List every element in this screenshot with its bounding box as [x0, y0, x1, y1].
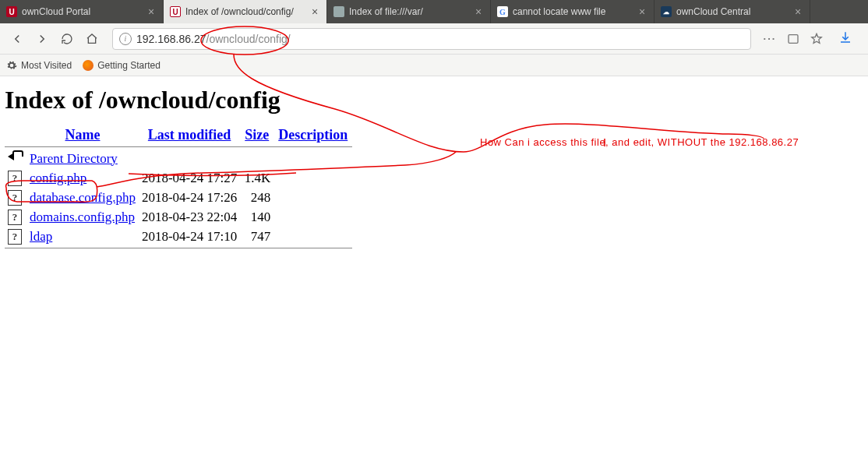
close-icon[interactable]: × [473, 6, 484, 17]
url-text: 192.168.86.27/owncloud/config/ [136, 33, 291, 45]
page-title: Index of /owncloud/config [5, 86, 863, 114]
page-actions-icon[interactable]: ··· [760, 30, 779, 48]
col-name[interactable]: Name [26, 125, 139, 145]
file-icon [8, 171, 22, 186]
cell-modified: 2018-04-24 17:26 [139, 188, 240, 207]
close-icon[interactable]: × [792, 6, 803, 17]
file-icon [8, 229, 22, 245]
table-row: domains.config.php 2018-04-23 22:04 140 [5, 207, 352, 227]
favicon-owncloud-central: ☁ [661, 6, 672, 17]
directory-listing: Name Last modified Size Description Pare… [5, 125, 352, 250]
file-icon [8, 190, 22, 206]
link-database-config-php[interactable]: database.config.php [30, 190, 136, 205]
col-size[interactable]: Size [240, 125, 273, 145]
table-row: database.config.php 2018-04-24 17:26 248 [5, 188, 352, 207]
url-bar[interactable]: i 192.168.86.27/owncloud/config/ [112, 28, 751, 50]
tab-title: Index of /owncloud/config/ [185, 6, 305, 17]
bookmark-label: Most Visited [21, 60, 72, 71]
table-row: config.php 2018-04-24 17:27 1.4K [5, 168, 352, 188]
col-description[interactable]: Description [273, 125, 352, 145]
url-right-icons: ··· [760, 30, 826, 48]
tab-index-config[interactable]: U Index of /owncloud/config/ × [164, 0, 327, 23]
tab-index-file-var[interactable]: Index of file:///var/ × [327, 0, 491, 23]
favicon-owncloud: U [6, 6, 17, 17]
bookmark-bar: Most Visited Getting Started [0, 55, 868, 76]
cell-size: 140 [240, 207, 273, 227]
firefox-icon [83, 60, 94, 71]
favicon-index: U [170, 6, 181, 17]
bookmark-getting-started[interactable]: Getting Started [83, 60, 161, 71]
link-config-php[interactable]: config.php [30, 171, 86, 185]
annotation-text: How Can i access this file, and edit, WI… [480, 136, 799, 148]
table-row: ldap 2018-04-24 17:10 747 [5, 227, 352, 246]
cell-modified: 2018-04-24 17:27 [139, 168, 240, 188]
parent-dir-icon [8, 150, 23, 163]
reader-view-icon[interactable] [784, 30, 803, 48]
close-icon[interactable]: × [637, 6, 647, 17]
tab-title: Index of file:///var/ [349, 6, 468, 17]
cell-size: 747 [240, 227, 273, 246]
row-parent-dir: Parent Directory [5, 149, 352, 168]
home-button[interactable] [81, 28, 103, 50]
tab-title: ownCloud Central [676, 6, 788, 17]
gear-icon [6, 60, 17, 71]
bookmark-most-visited[interactable]: Most Visited [6, 60, 72, 71]
col-modified[interactable]: Last modified [139, 125, 240, 145]
tab-bar: U ownCloud Portal × U Index of /owncloud… [0, 0, 868, 23]
reload-button[interactable] [56, 28, 78, 50]
close-icon[interactable]: × [146, 6, 157, 17]
link-ldap[interactable]: ldap [30, 229, 52, 244]
col-icon [5, 125, 26, 145]
page-content: Index of /owncloud/config Name Last modi… [0, 76, 868, 255]
downloads-icon[interactable] [829, 30, 862, 47]
nav-bar: i 192.168.86.27/owncloud/config/ ··· [0, 23, 868, 55]
info-icon[interactable]: i [119, 33, 132, 45]
bookmark-star-icon[interactable] [807, 30, 826, 48]
tab-owncloud-central[interactable]: ☁ ownCloud Central × [655, 0, 810, 23]
bookmark-label: Getting Started [97, 60, 161, 71]
cell-modified: 2018-04-24 17:10 [139, 227, 240, 246]
tab-owncloud-portal[interactable]: U ownCloud Portal × [0, 0, 164, 23]
tab-google-search[interactable]: G cannot locate www file × [491, 0, 655, 23]
link-parent-dir[interactable]: Parent Directory [30, 151, 118, 166]
favicon-file [333, 6, 344, 17]
tab-title: ownCloud Portal [22, 6, 141, 17]
favicon-google: G [497, 6, 508, 17]
svg-rect-0 [789, 34, 798, 43]
link-domains-config-php[interactable]: domains.config.php [30, 210, 135, 224]
forward-button[interactable] [31, 28, 53, 50]
cell-size: 1.4K [240, 168, 273, 188]
file-icon [8, 210, 22, 225]
back-button[interactable] [6, 28, 28, 50]
close-icon[interactable]: × [309, 6, 320, 17]
cell-modified: 2018-04-23 22:04 [139, 207, 240, 227]
tab-title: cannot locate www file [513, 6, 632, 17]
cell-size: 248 [240, 188, 273, 207]
